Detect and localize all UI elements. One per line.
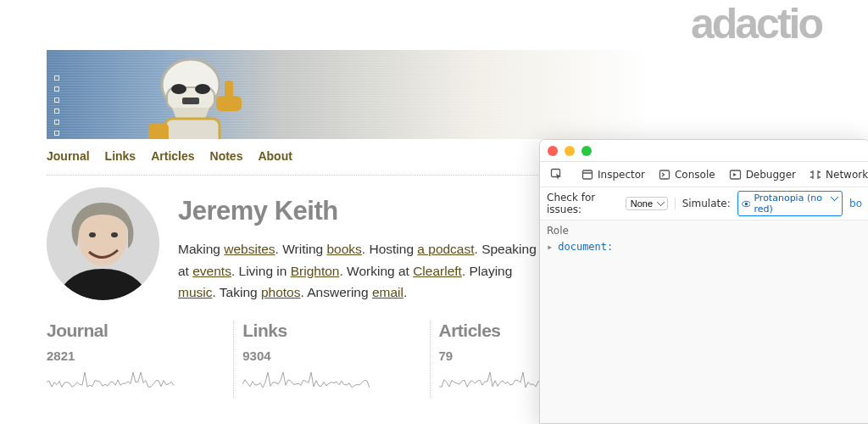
nav-journal[interactable]: Journal [47,149,90,163]
stat-count: 9304 [242,349,420,363]
caret-right-icon: ▸ [547,241,553,253]
banner-figure [140,55,284,139]
svg-rect-8 [148,123,169,139]
avatar [47,187,159,300]
svg-point-12 [89,232,96,237]
stat-journal[interactable]: Journal2821 [47,321,233,398]
tab-network[interactable]: Network [804,165,868,184]
tab-label: Console [675,169,715,181]
tab-label: Debugger [746,169,796,181]
bio-link-music[interactable]: music [178,285,212,299]
stat-links[interactable]: Links9304 [233,321,429,398]
site-logo: adactio [47,3,821,45]
svg-rect-7 [225,81,233,101]
svg-point-3 [195,84,210,94]
stat-count: 2821 [47,349,225,363]
devtools-toolbar: Check for issues: None Simulate: Protano… [540,187,868,220]
minimize-icon[interactable] [565,146,575,156]
simulate-select[interactable]: Protanopia (no red) [737,191,843,216]
sparkline [47,371,225,391]
sparkline [242,371,420,391]
role-heading: Role [547,225,862,237]
bio-link-events[interactable]: events [192,264,231,278]
tab-inspector[interactable]: Inspector [576,165,651,184]
accessibility-tree-node[interactable]: ▸document: [547,241,862,253]
simulate-label: Simulate: [682,198,731,209]
svg-rect-15 [583,170,593,179]
svg-point-2 [171,84,186,94]
profile-name: Jeremy Keith [178,196,542,226]
nav-notes[interactable]: Notes [210,149,243,163]
issues-select[interactable]: None [626,197,668,210]
nav-links[interactable]: Links [105,149,136,163]
svg-point-20 [744,202,747,204]
tab-console[interactable]: Console [653,165,721,184]
issues-label: Check for issues: [547,192,619,215]
stat-label: Journal [47,321,225,341]
devtools-window: Inspector Console Debugger Network Check… [539,139,868,424]
tab-label: Inspector [598,169,645,181]
bio-link-a-podcast[interactable]: a podcast [417,242,474,256]
bio-link-email[interactable]: email [372,285,403,299]
header-banner [47,50,821,139]
close-icon[interactable] [548,146,558,156]
pick-element-button[interactable] [544,165,569,184]
window-titlebar[interactable] [540,140,868,162]
banner-dots [54,75,59,136]
nav-about[interactable]: About [258,149,292,163]
nav-articles[interactable]: Articles [151,149,194,163]
bio-link-photos[interactable]: photos [261,285,301,299]
zoom-icon[interactable] [581,146,592,156]
svg-rect-5 [165,119,220,139]
bio-link-clearleft[interactable]: Clearleft [413,264,462,278]
bio-link-brighton[interactable]: Brighton [291,264,340,278]
tab-label: Network [826,169,868,181]
stat-label: Links [242,321,420,341]
svg-point-13 [111,232,118,237]
svg-rect-4 [182,98,199,104]
simulate-value: Protanopia (no red) [754,192,828,215]
profile-bio: Making websites. Writing books. Hosting … [178,238,542,304]
bio-link-websites[interactable]: websites [224,242,275,256]
toolbar-overflow[interactable]: bo [849,198,862,209]
tab-debugger[interactable]: Debugger [723,165,802,184]
bio-link-books[interactable]: books [326,242,361,256]
devtools-tabs: Inspector Console Debugger Network [540,162,868,187]
